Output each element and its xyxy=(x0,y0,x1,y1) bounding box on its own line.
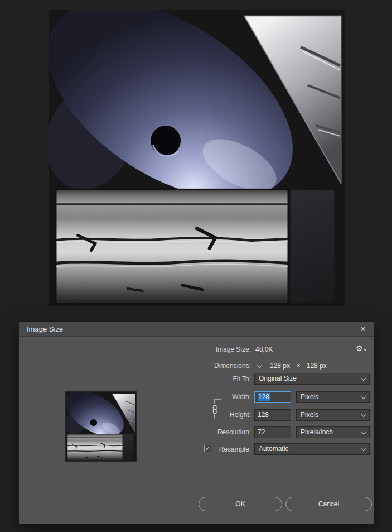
document-preview-image xyxy=(49,10,345,306)
width-label: Width: xyxy=(167,393,251,401)
resample-select[interactable]: Automatic xyxy=(254,443,370,455)
height-unit-value: Pixels xyxy=(301,411,318,419)
dimensions-width-value: 128 px xyxy=(270,362,290,370)
preview-thumbnail[interactable] xyxy=(65,391,137,462)
resample-label: Resample: xyxy=(167,445,251,453)
image-size-value: 48,0K xyxy=(255,346,273,353)
resolution-value: 72 xyxy=(258,428,265,436)
close-button[interactable]: × xyxy=(356,322,370,337)
resolution-input[interactable]: 72 xyxy=(254,426,291,438)
width-unit-value: Pixels xyxy=(301,393,318,401)
thumbnail-artwork xyxy=(66,392,136,461)
texture-artwork xyxy=(49,10,345,306)
cancel-button-label: Cancel xyxy=(318,500,339,508)
fit-to-select[interactable]: Original Size xyxy=(254,373,370,385)
image-size-dialog: Image Size × Image Size: 48,0K ⚙ Dimensi… xyxy=(18,321,374,524)
dimensions-height-value: 128 px xyxy=(307,362,327,370)
settings-gear-button[interactable]: ⚙ xyxy=(356,344,367,353)
height-input[interactable]: 128 xyxy=(254,409,291,421)
chevron-down-icon xyxy=(361,395,366,399)
height-label: Height: xyxy=(167,411,251,419)
resolution-unit-value: Pixels/Inch xyxy=(301,428,333,436)
gear-icon: ⚙ xyxy=(356,344,363,353)
ok-button-label: OK xyxy=(235,500,245,508)
resolution-unit-select[interactable]: Pixels/Inch xyxy=(296,426,370,438)
dialog-titlebar[interactable]: Image Size × xyxy=(19,322,374,337)
dimensions-chevron-icon[interactable] xyxy=(257,363,262,368)
dimensions-value: 128 px × 128 px xyxy=(270,362,327,370)
width-value: 128 xyxy=(258,393,270,401)
cancel-button[interactable]: Cancel xyxy=(285,497,372,511)
ok-button[interactable]: OK xyxy=(199,497,282,511)
resolution-label: Resolution: xyxy=(167,428,251,436)
height-unit-select[interactable]: Pixels xyxy=(296,409,370,421)
close-icon: × xyxy=(360,324,365,334)
chevron-down-icon xyxy=(361,413,366,417)
chevron-down-icon xyxy=(361,430,366,434)
chevron-down-icon xyxy=(361,447,366,451)
fit-to-label: Fit To: xyxy=(167,375,251,383)
flyout-arrow-icon xyxy=(364,349,367,351)
chevron-down-icon xyxy=(361,376,366,381)
multiply-icon: × xyxy=(296,362,300,370)
resample-value: Automatic xyxy=(259,445,288,453)
width-unit-select[interactable]: Pixels xyxy=(296,391,370,403)
dialog-title: Image Size xyxy=(27,325,63,333)
fit-to-value: Original Size xyxy=(259,375,297,382)
image-size-label: Image Size: xyxy=(167,346,251,353)
dimensions-label: Dimensions: xyxy=(167,362,251,370)
photoshop-canvas: Image Size × Image Size: 48,0K ⚙ Dimensi… xyxy=(0,0,392,532)
height-value: 128 xyxy=(258,411,269,419)
width-input[interactable]: 128 xyxy=(254,391,291,403)
